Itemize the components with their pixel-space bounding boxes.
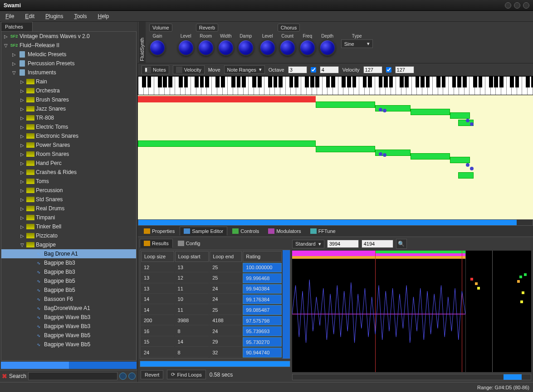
minimize-button[interactable] (505, 2, 511, 9)
menu-plugins[interactable]: Plugins (42, 12, 67, 20)
tree-item[interactable]: ▷Toms (1, 177, 136, 186)
freq-knob[interactable] (299, 39, 316, 56)
tree-item[interactable]: ▷Rain (1, 77, 136, 86)
tree-item[interactable]: ∿BagDroneWave A1 (1, 304, 136, 313)
tree-arrow-icon[interactable]: ▷ (20, 134, 25, 139)
notes-button[interactable]: ▮Notes (142, 65, 169, 74)
gain-knob[interactable] (149, 39, 166, 56)
tree-arrow-icon[interactable]: ▷ (20, 125, 25, 130)
tab-properties[interactable]: Properties (140, 227, 179, 236)
tree-item[interactable]: ▷Jazz Snares (1, 104, 136, 113)
damp-knob[interactable] (238, 39, 254, 56)
tree-item[interactable]: ▷Crashes & Rides (1, 168, 136, 177)
table-row[interactable]: 2483290.944740 (141, 348, 282, 358)
tree-arrow-icon[interactable]: ▷ (20, 233, 25, 238)
menu-help[interactable]: Help (94, 12, 112, 20)
tree-item[interactable]: ▽Instruments (1, 68, 136, 77)
velocity-check[interactable] (386, 67, 391, 73)
tree-arrow-icon[interactable]: ▷ (20, 97, 25, 102)
level-knob[interactable] (178, 39, 194, 56)
tree-arrow-icon[interactable]: ▷ (20, 179, 25, 184)
tree-arrow-icon[interactable]: ▷ (20, 161, 25, 166)
tree-item[interactable]: ▷Hand Perc (1, 159, 136, 168)
tree-arrow-icon[interactable]: ▷ (20, 106, 25, 111)
find-loops-button[interactable]: ⟳Find Loops (167, 370, 205, 379)
tree-item[interactable]: ▽Bagpipe (1, 240, 136, 249)
octave-b-input[interactable] (320, 66, 339, 73)
move-dropdown[interactable]: Note Ranges▾ (224, 65, 265, 74)
tab-controls[interactable]: Controls (228, 227, 263, 236)
tree-item[interactable]: ∿Bagpipe Bb5 (1, 286, 136, 295)
pos-a-input[interactable] (327, 240, 359, 248)
tree-hscrollbar[interactable] (1, 362, 137, 369)
tree-arrow-icon[interactable]: ▷ (20, 224, 25, 229)
tab-fftune[interactable]: FFTune (306, 227, 340, 236)
octave-a-input[interactable] (288, 66, 307, 73)
table-row[interactable]: 121325100.000000 (141, 263, 282, 272)
tree-arrow-icon[interactable]: ▷ (20, 143, 25, 148)
table-row[interactable]: 14112599.085487 (141, 305, 282, 315)
table-row[interactable]: 13122599.996468 (141, 273, 282, 283)
menu-tools[interactable]: Tools (70, 12, 90, 20)
tree-item[interactable]: ∿Bagpipe Wave Bb3 (1, 322, 136, 331)
tree-item[interactable]: ▷Electric Toms (1, 122, 136, 131)
tree-arrow-icon[interactable]: ▽ (3, 43, 9, 48)
tree-item[interactable]: ∿Bagpipe Bb5 (1, 276, 136, 286)
waveform-display[interactable] (292, 251, 531, 372)
type-select[interactable]: Sine▾ (341, 39, 373, 48)
tree-item[interactable]: ▷Timpani (1, 213, 136, 222)
tree-item[interactable]: ▷Real Drums (1, 204, 136, 213)
tree-arrow-icon[interactable]: ▷ (20, 215, 25, 220)
width-knob[interactable] (218, 39, 234, 56)
table-row[interactable]: 15142995.730270 (141, 337, 282, 347)
level-knob[interactable] (259, 39, 276, 56)
tree-arrow-icon[interactable]: ▷ (20, 188, 25, 193)
tree-item[interactable]: ▽SF2Fluid--Release II (1, 41, 136, 50)
tree-item[interactable]: ▷Percussion (1, 186, 136, 195)
loops-vscrollbar[interactable] (283, 250, 290, 358)
zoom-button[interactable]: 🔍 (396, 239, 407, 249)
tree-item[interactable]: ▷Tinker Bell (1, 222, 136, 231)
patches-tree[interactable]: ▷SF2Vintage Dreams Waves v 2.0▽SF2Fluid-… (1, 31, 137, 361)
tree-item[interactable]: ▷TR-808 (1, 113, 136, 122)
piano-keyboard[interactable] (138, 76, 533, 95)
tree-item[interactable]: ▷Percussion Presets (1, 59, 136, 68)
tree-item[interactable]: ▷Electronic Snares (1, 131, 136, 140)
wave-hscrollbar[interactable] (292, 374, 531, 380)
tree-item[interactable]: ∿Bagpipe Wave Bb3 (1, 313, 136, 322)
tree-item[interactable]: ▷Std Snares (1, 195, 136, 204)
pos-b-input[interactable] (362, 240, 393, 248)
table-header[interactable]: Loop start (175, 251, 209, 262)
tree-arrow-icon[interactable]: ▷ (20, 170, 25, 175)
table-row[interactable]: 2003988418897.575798 (141, 316, 282, 325)
close-button[interactable] (523, 2, 529, 9)
room-knob[interactable] (198, 39, 214, 56)
tree-arrow-icon[interactable]: ▽ (11, 70, 17, 75)
tree-item[interactable]: ▷SF2Vintage Dreams Waves v 2.0 (1, 32, 136, 41)
tree-arrow-icon[interactable]: ▷ (20, 197, 25, 202)
note-ranges-view[interactable] (138, 95, 533, 219)
table-header[interactable]: Loop size (141, 251, 174, 262)
tree-item[interactable]: ∿Bagpipe Bb3 (1, 267, 136, 276)
count-knob[interactable] (279, 39, 296, 56)
tree-item[interactable]: ▷Orchestra (1, 86, 136, 95)
search-input[interactable] (28, 372, 117, 380)
velocity-button[interactable]: Velocity (173, 65, 205, 74)
tree-arrow-icon[interactable]: ▷ (3, 34, 9, 39)
loops-hscrollbar[interactable] (140, 361, 290, 367)
tree-item[interactable]: ▷Pizzicato (1, 231, 136, 240)
table-header[interactable]: Rating (243, 251, 282, 262)
tree-arrow-icon[interactable]: ▽ (20, 242, 25, 247)
tree-item[interactable]: ∿Bassoon F6 (1, 295, 136, 304)
keyboard-hscrollbar[interactable] (138, 219, 533, 226)
table-header[interactable]: Loop end (210, 251, 242, 262)
patches-tab[interactable]: Patches (1, 22, 33, 31)
tree-arrow-icon[interactable]: ▷ (11, 61, 17, 66)
table-row[interactable]: 13112499.940384 (141, 284, 282, 294)
tree-item[interactable]: ∿Bag Drone A1 (1, 249, 136, 258)
tree-item[interactable]: ∿Bagpipe Wave Bb5 (1, 340, 136, 349)
loops-table[interactable]: Loop sizeLoop startLoop endRating1213251… (140, 250, 283, 358)
tab-modulators[interactable]: Modulators (264, 227, 305, 236)
maximize-button[interactable] (514, 2, 520, 9)
search-next-button[interactable] (128, 373, 136, 380)
